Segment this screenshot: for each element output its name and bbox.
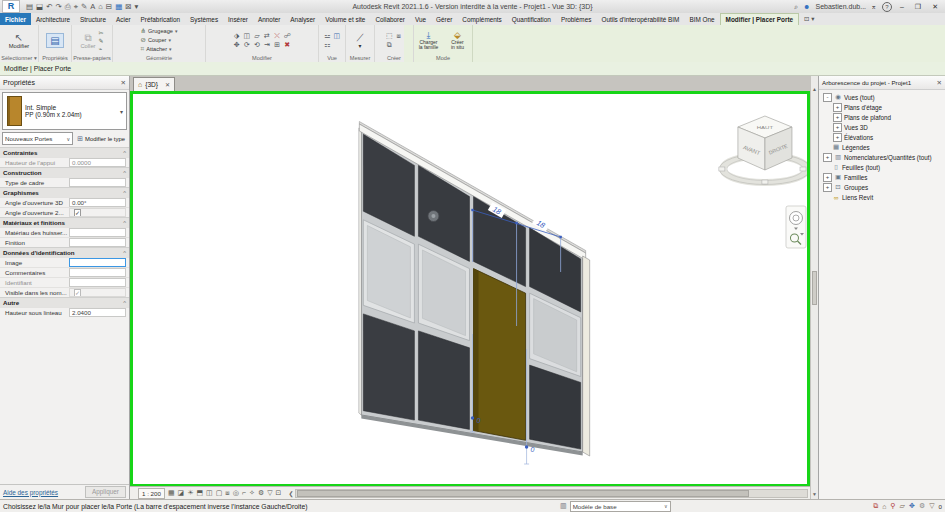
panel-label-geometrie[interactable]: Géométrie [113, 54, 205, 62]
tab-gerer[interactable]: Gérer [431, 13, 457, 25]
split-icon[interactable]: ⇄ [264, 32, 270, 40]
apply-button[interactable]: Appliquer [85, 486, 126, 498]
group-construction[interactable]: Construction^ [0, 167, 129, 177]
cope-button[interactable]: ⋔ Grugeage ▾ [141, 27, 178, 35]
tree-item-feuilles[interactable]: ▯Feuilles (tout) [819, 162, 945, 172]
dark-panel[interactable] [418, 331, 469, 430]
scale-button[interactable]: 1 : 200 [138, 488, 165, 499]
prop-value[interactable]: 0.00° [69, 198, 126, 208]
cart-icon[interactable]: ⌅ [871, 3, 877, 11]
copy-element-icon[interactable]: ⟲ [254, 41, 260, 49]
expand-icon[interactable]: + [823, 173, 832, 182]
prop-value-focused[interactable] [69, 258, 126, 268]
tab-acier[interactable]: Acier [111, 13, 136, 25]
prop-row-identifiant[interactable]: Identifiant [0, 277, 129, 287]
panel-label-presse-papiers[interactable]: Presse-papiers [72, 54, 112, 62]
delete-icon[interactable]: ✖ [284, 41, 290, 49]
vertical-scroll-thumb[interactable] [812, 271, 817, 305]
align-icon[interactable]: ⬗ [234, 32, 239, 40]
match-properties-icon[interactable]: ✎ [99, 37, 104, 44]
displacement-icon[interactable]: ⚙ [258, 488, 264, 498]
tab-analyser[interactable]: Analyser [285, 13, 320, 25]
visual-style-icon[interactable]: ◪ [178, 488, 185, 498]
prop-row-angle-2d[interactable]: Angle d'ouverture 2...✓ [0, 207, 129, 217]
tab-volume-et-site[interactable]: Volume et site [320, 13, 370, 25]
dim-handle[interactable] [559, 236, 561, 238]
dim-handle[interactable] [471, 209, 473, 211]
tree-item-nomenclatures[interactable]: +▥Nomenclatures/Quantités (tout) [819, 152, 945, 162]
prop-value[interactable] [69, 268, 126, 278]
dim-handle[interactable] [515, 222, 517, 224]
prop-row-visible-nomenclature[interactable]: Visible dans les nom...✓ [0, 287, 129, 297]
prop-value[interactable]: 2.0400 [69, 308, 126, 318]
tree-item-vues-3d[interactable]: +Vues 3D [819, 122, 945, 132]
navigation-bar[interactable] [786, 206, 806, 248]
rendering-dialog-icon[interactable]: ◫ [206, 488, 213, 498]
qat-customize-icon[interactable]: ▾ [135, 2, 139, 11]
drag-on-selection-icon[interactable]: ✥ [909, 502, 915, 510]
tab-interop-bim[interactable]: Outils d'interopérabilité BIM [596, 13, 684, 25]
scroll-up-icon[interactable]: ▲ [811, 86, 818, 92]
tree-item-legendes[interactable]: ▦Légendes [819, 142, 945, 152]
trim-icon[interactable]: ⤬ [274, 32, 280, 40]
hide-icon[interactable]: ⚍ [324, 32, 330, 40]
load-family-button[interactable]: ⤓ Charger la famille [415, 30, 442, 51]
ribbon-options-icon[interactable]: ⊡ ▾ [799, 13, 819, 25]
tab-problemes[interactable]: Problèmes [556, 13, 597, 25]
sun-path-icon[interactable]: ☀ [187, 488, 193, 498]
horizontal-scroll-thumb[interactable] [297, 490, 748, 497]
measure-button[interactable]: ⟋ ▾ [357, 32, 364, 49]
join-button[interactable]: ⌗ Attacher ▾ [141, 45, 178, 53]
tree-item-familles[interactable]: +▣Familles [819, 172, 945, 182]
tree-item-groupes[interactable]: +⊡Groupes [819, 182, 945, 192]
door-panel[interactable] [474, 269, 526, 441]
collapse-icon[interactable]: - [823, 93, 832, 102]
checkbox-checked-icon[interactable]: ✓ [74, 209, 81, 217]
tab-quantification[interactable]: Quantification [507, 13, 556, 25]
detail-level-icon[interactable]: ▦ [168, 488, 175, 498]
group-contraintes[interactable]: Contraintes^ [0, 147, 129, 157]
rotate-icon[interactable]: ⟳ [244, 41, 250, 49]
project-browser-close-icon[interactable]: ✕ [937, 79, 942, 87]
temporary-view-properties-icon[interactable]: ✧ [249, 488, 255, 498]
linework-icon[interactable]: ⚏ [324, 41, 330, 49]
prop-row-commentaires[interactable]: Commentaires [0, 267, 129, 277]
reveal-constraints-icon[interactable]: ▽ [267, 488, 272, 498]
tree-item-liens-revit[interactable]: ∞Liens Revit [819, 192, 945, 202]
tree-item-plans-etage[interactable]: +Plans d'étage [819, 102, 945, 112]
panel-label-vue[interactable]: Vue [319, 54, 345, 62]
tree-item-elevations[interactable]: +Élévations [819, 132, 945, 142]
zero-dim-text[interactable]: 0 [531, 446, 535, 453]
properties-filter-dropdown[interactable]: Nouveaux Portes ∨ [2, 132, 73, 145]
crop-view-icon[interactable]: ▢ [216, 488, 223, 498]
prop-value[interactable] [69, 228, 126, 238]
paste-button[interactable]: ⧉ Coller [80, 32, 95, 49]
tree-item-plans-plafond[interactable]: +Plans de plafond [819, 112, 945, 122]
expand-icon[interactable]: + [833, 123, 842, 132]
revit-logo[interactable]: R [2, 0, 20, 13]
default-3d-view-icon[interactable]: ⌂ [98, 2, 103, 11]
dim-handle[interactable] [471, 416, 474, 419]
restore-button[interactable]: ❐ [912, 3, 924, 11]
array-icon[interactable]: ⇥ [264, 41, 270, 49]
group-donnees-identification[interactable]: Données d'identification^ [0, 247, 129, 257]
expand-icon[interactable]: + [833, 113, 842, 122]
create-assembly-icon[interactable]: ⧉ [387, 41, 392, 49]
steering-wheel-icon[interactable] [789, 212, 802, 225]
reveal-hidden-icon[interactable]: ⌐ [242, 488, 246, 498]
horizontal-scrollbar[interactable]: ❮ [286, 489, 808, 498]
expand-icon[interactable]: + [833, 133, 842, 142]
worksharing-display-icon[interactable]: ⊡ [276, 488, 282, 498]
close-hidden-icon[interactable]: ⊠ [125, 2, 131, 11]
tab-bim-one[interactable]: BIM One [684, 13, 719, 25]
tab-fichier[interactable]: Fichier [0, 13, 31, 25]
scroll-left-icon[interactable]: ❮ [286, 490, 295, 497]
redo-icon[interactable]: ↷ [55, 2, 61, 11]
tab-annoter[interactable]: Annoter [253, 13, 285, 25]
tab-systemes[interactable]: Systèmes [185, 13, 223, 25]
prop-row-hauteur-linteau[interactable]: Hauteur sous linteau2.0400 [0, 307, 129, 317]
design-option-dropdown[interactable]: Modèle de base ∨ [570, 501, 671, 512]
prop-value[interactable] [69, 178, 126, 188]
prop-value[interactable] [69, 238, 126, 248]
cut-geometry-button[interactable]: ⊘ Couper ▾ [141, 36, 178, 44]
